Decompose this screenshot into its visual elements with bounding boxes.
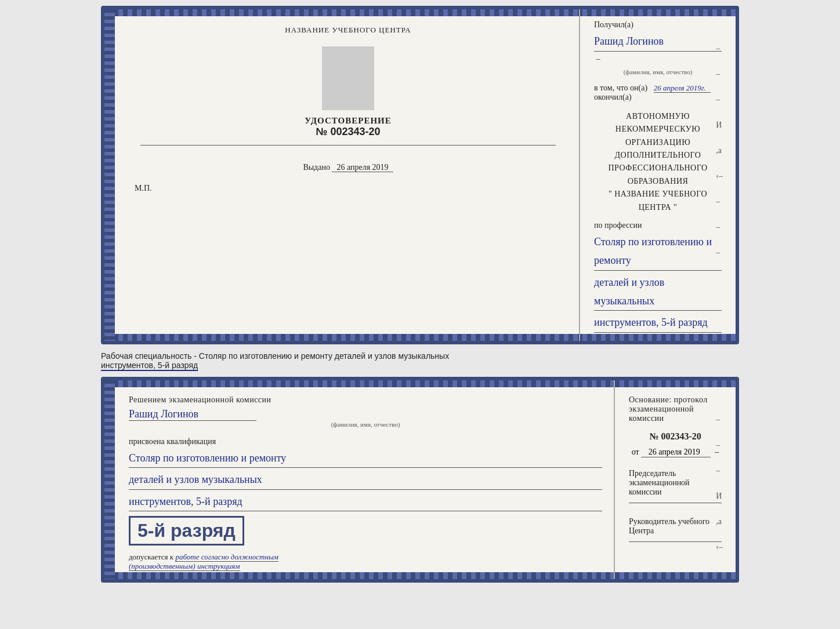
dash2-i: И bbox=[716, 492, 723, 501]
udostoverenie-block: УДОСТОВЕРЕНИЕ № 002343-20 bbox=[129, 116, 567, 138]
card2-recipient-name: Рашид Логинов bbox=[129, 408, 256, 421]
predsed-label: Председатель экзаменационной bbox=[629, 469, 722, 488]
right-side-dashes-2: – – – И ,а ‹– – – – bbox=[716, 415, 723, 583]
left-spine-decoration-2 bbox=[104, 380, 115, 579]
dash2-arrow: ‹– bbox=[716, 543, 723, 552]
dopuskaetsya-italic2: (производственным) инструкциям bbox=[129, 562, 240, 571]
card2-right-panel: Основание: протокол экзаменационной коми… bbox=[615, 380, 736, 579]
dash-6: – bbox=[716, 248, 723, 257]
ot-date: 26 апреля 2019 bbox=[641, 448, 711, 457]
dash-3: – bbox=[716, 95, 723, 104]
ot-label: от bbox=[632, 448, 639, 456]
reshenie-text: Решением экзаменационной комиссии bbox=[129, 395, 271, 404]
recipient-line: Получил(а) Рашид Логинов – bbox=[594, 17, 722, 66]
org-block: АВТОНОМНУЮ НЕКОММЕРЧЕСКУЮ ОРГАНИЗАЦИЮ ДО… bbox=[594, 110, 722, 214]
ruk-sign-line bbox=[629, 541, 722, 542]
right-side-dashes: – – – И ,а ‹– – – – bbox=[716, 44, 723, 257]
osnovanie-label: Основание: протокол экзаменационной коми… bbox=[629, 395, 708, 423]
card2-profession-line1: Столяр по изготовлению и ремонту bbox=[129, 449, 602, 468]
certificate-card-1: НАЗВАНИЕ УЧЕБНОГО ЦЕНТРА УДОСТОВЕРЕНИЕ №… bbox=[101, 6, 739, 344]
vydano-line: Выдано 26 апреля 2019 bbox=[129, 163, 567, 172]
dopuskaetsya-prefix: допускается к bbox=[129, 552, 173, 561]
udost-number: № 002343-20 bbox=[129, 126, 567, 138]
vtom-line: в том, что он(а) 26 апреля 2019г. окончи… bbox=[594, 83, 722, 102]
photo-placeholder bbox=[322, 46, 374, 110]
recipient-name: Рашид Логинов bbox=[594, 32, 722, 51]
rank-text: 5-й разряд bbox=[137, 520, 236, 541]
reshenie-label: Решением экзаменационной комиссии bbox=[129, 395, 602, 405]
dash2-3: – bbox=[716, 466, 723, 475]
left-spine-decoration bbox=[104, 9, 115, 341]
vydano-label: Выдано bbox=[303, 163, 330, 172]
card2-profession-line2: деталей и узлов музыкальных bbox=[129, 470, 602, 489]
card1-school-title: НАЗВАНИЕ УЧЕБНОГО ЦЕНТРА bbox=[129, 24, 567, 36]
dash2-a: ,а bbox=[716, 517, 723, 526]
osnovanie-block: Основание: протокол экзаменационной коми… bbox=[629, 395, 722, 423]
dash-a: ,а bbox=[716, 146, 723, 155]
dash2-4: – bbox=[716, 568, 723, 577]
udost-label: УДОСТОВЕРЕНИЕ bbox=[129, 116, 567, 126]
dash-arrow: ‹– bbox=[716, 172, 723, 181]
protocol-number: № 002343-20 bbox=[649, 431, 701, 441]
dopuskaetsya-block: допускается к работе согласно должностны… bbox=[129, 552, 602, 571]
okonchil: окончил(а) bbox=[594, 93, 632, 101]
dash-5: – bbox=[716, 223, 723, 232]
profession-line1: Столяр по изготовлению и ремонту bbox=[594, 232, 722, 271]
profession-line2: деталей и узлов музыкальных bbox=[594, 273, 722, 311]
poluchil-prefix: Получил(а) bbox=[594, 20, 633, 29]
certificate-card-2: Решением экзаменационной комиссии Рашид … bbox=[101, 377, 739, 583]
dash-4: – bbox=[716, 197, 723, 206]
dash2-2: – bbox=[716, 441, 723, 450]
org-line1: АВТОНОМНУЮ НЕКОММЕРЧЕСКУЮ ОРГАНИЗАЦИЮ bbox=[594, 110, 722, 149]
card2-left-panel: Решением экзаменационной комиссии Рашид … bbox=[104, 380, 615, 579]
dash-1: – bbox=[716, 44, 723, 53]
specialty-text: Рабочая специальность - Столяр по изгото… bbox=[101, 349, 739, 372]
dash2-1: – bbox=[716, 415, 723, 424]
ruk-label: Руководитель учебного bbox=[629, 517, 722, 526]
fio-subtitle: (фамилия, имя, отчество) bbox=[594, 68, 722, 75]
card2-profession-line3: инструментов, 5-й разряд bbox=[129, 492, 602, 511]
card1-right-panel: Получил(а) Рашид Логинов – (фамилия, имя… bbox=[580, 9, 736, 341]
specialty-prefix: Рабочая специальность - Столяр по изгото… bbox=[101, 351, 449, 361]
profession-line3: инструментов, 5-й разряд bbox=[594, 313, 722, 332]
specialty-underlined: инструментов, 5-й разряд bbox=[101, 361, 198, 371]
ot-date-line: от 26 апреля 2019 – bbox=[629, 448, 722, 457]
card2-fio-subtitle: (фамилия, имя, отчество) bbox=[129, 421, 602, 428]
vydano-date: 26 апреля 2019 bbox=[332, 163, 393, 172]
rank-box: 5-й разряд bbox=[129, 516, 244, 546]
org-line2: ДОПОЛНИТЕЛЬНОГО ПРОФЕССИОНАЛЬНОГО ОБРАЗО… bbox=[594, 149, 722, 188]
ruk-block: Руководитель учебного Центра bbox=[629, 517, 722, 542]
ruk-label2: Центра bbox=[629, 526, 722, 536]
po-professii-label: по профессии bbox=[594, 221, 722, 230]
predsed-label2: комиссии bbox=[629, 488, 722, 497]
prisvoena-label: присвоена квалификация bbox=[129, 437, 602, 446]
card1-left-panel: НАЗВАНИЕ УЧЕБНОГО ЦЕНТРА УДОСТОВЕРЕНИЕ №… bbox=[104, 9, 580, 341]
predsed-block: Председатель экзаменационной комиссии bbox=[629, 469, 722, 503]
org-line3: " НАЗВАНИЕ УЧЕБНОГО ЦЕНТРА " bbox=[594, 188, 722, 214]
dopuskaetsya-italic1: работе согласно должностным bbox=[175, 552, 278, 562]
vtom-prefix: в том, что он(а) bbox=[594, 83, 647, 92]
predsed-sign-line bbox=[629, 503, 722, 503]
vtom-date: 26 апреля 2019г. bbox=[654, 83, 711, 93]
mp-line: М.П. bbox=[129, 184, 567, 193]
dash-2: – bbox=[716, 70, 723, 79]
dash-i: И bbox=[716, 121, 723, 130]
